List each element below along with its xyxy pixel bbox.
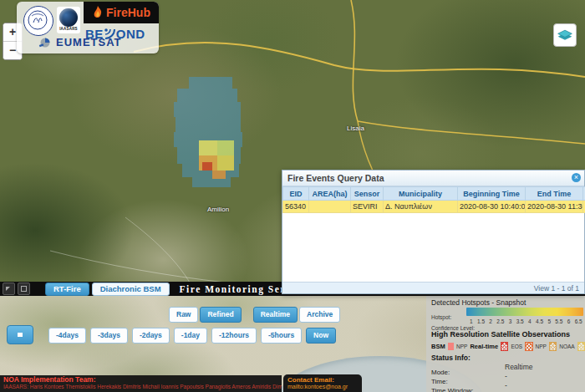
fire-events-table: EIDAREA(ha)SensorMunicipalityBeginning T… (282, 186, 585, 213)
mode-button-groups: RawRefinedRealtimeArchive (169, 307, 340, 323)
hotspot-cell-detection (176, 117, 241, 132)
column-header[interactable]: AREA(ha) (309, 187, 351, 201)
confidence-level-label: Confidence Level: (431, 325, 475, 331)
fire-events-query-panel: Fire Events Query Data × EIDAREA(ha)Sens… (282, 170, 585, 294)
confidence-tick-labels: 11.522.533.544.555.566.5 (466, 318, 583, 324)
legend-swatch (525, 342, 532, 351)
satellite-icon (38, 36, 53, 48)
status-row: Time:- (431, 372, 585, 381)
column-header[interactable]: Sensor (351, 187, 384, 201)
hotspot-cell-detection (174, 102, 241, 117)
time-button-minus-2days[interactable]: -2days (132, 328, 170, 344)
column-header[interactable]: End Time (526, 187, 583, 201)
eumetsat-label: EUMETSAT (56, 36, 122, 48)
pan-button[interactable] (3, 283, 15, 295)
legend-label: BSM (431, 343, 445, 350)
refined-button[interactable]: Refined (200, 307, 241, 323)
tab-rt-fire[interactable]: RT-Fire (45, 283, 89, 296)
time-button-minus-12hours[interactable]: -12hours (211, 328, 257, 344)
team-members: IAASARS: Haris Kontoes Themistoklis Here… (3, 384, 282, 390)
confidence-tick: 6 (564, 318, 574, 324)
table-cell: 56340 (283, 201, 309, 213)
time-button-minus-3days[interactable]: -3days (90, 328, 128, 344)
service-tabs: RT-FireDiachronic BSM (45, 283, 170, 296)
place-label: Amilion (207, 206, 229, 213)
status-row: Mode:Realtime (431, 363, 585, 372)
table-cell (309, 201, 351, 213)
confidence-gradient-bar (466, 308, 583, 316)
firehub-label: FireHub (106, 6, 150, 19)
table-cell: 2020-08-30 11:30:00 (526, 201, 583, 213)
iaasars-globe-icon (59, 8, 78, 27)
legend-label: EOS (511, 344, 522, 349)
time-button-minus-4days[interactable]: -4days (48, 328, 86, 344)
confidence-tick: 2 (486, 318, 496, 324)
legend-label: Real-time (470, 343, 498, 350)
table-row[interactable]: 56340SEVIRIΔ. Ναυπλιέων2020-08-30 10:40:… (283, 201, 585, 213)
raw-button[interactable]: Raw (169, 307, 198, 323)
legend-status-panel: Detected Hotspots - Snapshot Hotspot: Co… (426, 296, 585, 392)
status-value: - (505, 381, 507, 389)
toggle-dot-icon (18, 333, 23, 337)
contact-email-label: Contact Email: (287, 376, 362, 384)
implementation-team-band: NOA Implementation Team: IAASARS: Haris … (0, 375, 282, 392)
archive-button[interactable]: Archive (299, 307, 340, 323)
table-cell: 2020-08-30 10:40:00 (458, 201, 526, 213)
legend-label: NPP (456, 344, 467, 349)
team-title: NOA Implementation Team: (3, 376, 282, 384)
close-icon[interactable]: × (572, 173, 581, 182)
layers-button[interactable] (553, 23, 577, 47)
hotspot-cell-confidence (202, 162, 212, 171)
table-pagination: View 1 - 1 of 1 (282, 282, 584, 293)
table-cell: Δ. Ναυπλιέων (384, 201, 458, 213)
hotspot-cell-detection (177, 89, 237, 102)
confidence-tick: 6.5 (573, 318, 583, 324)
contact-email-value[interactable]: mailto:kontoes@noa.gr (287, 384, 362, 390)
button-group: RawRefined (169, 307, 242, 323)
tab-diachronic-bsm[interactable]: Diachronic BSM (92, 283, 170, 296)
hotspots-legend-title: Detected Hotspots - Snapshot (431, 298, 585, 308)
legend-swatch (501, 342, 508, 351)
column-header[interactable]: EID (283, 187, 309, 201)
hotspot-cell-confidence (217, 155, 234, 171)
firehub-logo: FireHub (84, 2, 159, 23)
time-button-minus-1day[interactable]: -1day (174, 328, 207, 344)
hotspot-cell-confidence (212, 171, 226, 179)
hotspot-cell-detection (189, 77, 232, 89)
satellite-legend: BSMNPPReal-timeEOSNPPNOAA (431, 341, 585, 352)
status-row: Time Window:- (431, 381, 585, 390)
status-info-title: Status Info: (431, 354, 585, 363)
button-group: RealtimeArchive (253, 307, 341, 323)
query-panel-header: Fire Events Query Data × (282, 171, 584, 186)
confidence-tick: 4.5 (535, 318, 545, 324)
confidence-tick: 2.5 (496, 318, 506, 324)
time-button-row: -4days-3days-2days-1day-12hours-5hoursNo… (48, 328, 336, 344)
flame-icon (92, 5, 104, 20)
confidence-tick: 3.5 (515, 318, 525, 324)
overview-map[interactable]: RawRefinedRealtimeArchive -4days-3days-2… (0, 296, 585, 392)
legend-label: NPP (536, 344, 547, 349)
realtime-button[interactable]: Realtime (253, 307, 298, 323)
fire-hotspot-overlay (174, 77, 244, 187)
column-header[interactable]: Beginning Time (458, 187, 526, 201)
eumetsat-logo: EUMETSAT (38, 36, 122, 48)
time-button-minus-5hours[interactable]: -5hours (261, 328, 302, 344)
legend-swatch (549, 342, 557, 351)
status-value: - (505, 372, 507, 380)
window-icon (21, 286, 27, 292)
logo-panel: IAASARS FireHub BE OND EUMETSAT (17, 2, 159, 53)
noa-logo (23, 6, 53, 36)
confidence-tick: 4 (525, 318, 535, 324)
contact-email-box: Contact Email: mailto:kontoes@noa.gr (283, 374, 362, 392)
legend-swatch (448, 343, 454, 350)
query-panel-title: Fire Events Query Data (282, 173, 384, 183)
column-header[interactable]: Municipality (384, 187, 458, 201)
confidence-tick: 1.5 (476, 318, 486, 324)
window-button[interactable] (18, 283, 30, 295)
iaasars-label: IAASARS (57, 27, 80, 32)
hr-observations-title: High Resolution Satellite Observations (431, 330, 585, 341)
time-button-now[interactable]: Now (306, 328, 336, 344)
place-label: Lisaia (347, 125, 364, 132)
panel-toggle-button[interactable] (7, 325, 33, 344)
confidence-tick: 1 (466, 318, 476, 324)
